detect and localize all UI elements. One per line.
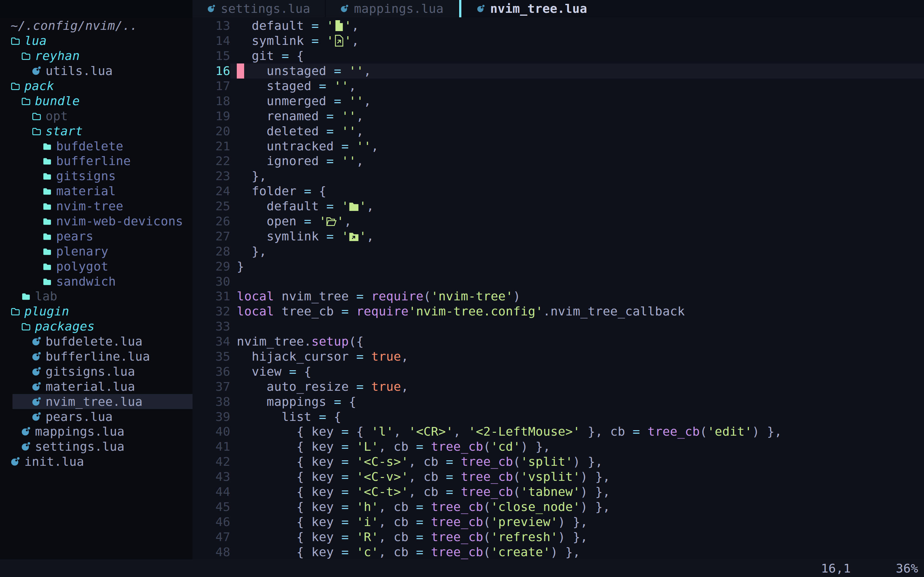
code-line-18[interactable]: 18 unmerged = '', xyxy=(192,93,924,108)
line-number: 13 xyxy=(192,19,230,33)
code-line-34[interactable]: 34nvim_tree.setup({ xyxy=(192,334,924,349)
code-line-39[interactable]: 39 list = { xyxy=(192,409,924,424)
folder-icon xyxy=(42,277,52,286)
code-line-28[interactable]: 28 }, xyxy=(192,243,924,259)
code-line-21[interactable]: 21 untracked = '', xyxy=(192,139,924,153)
tree-item-nvim-web-devicons[interactable]: nvim-web-devicons xyxy=(0,214,192,229)
code-line-45[interactable]: 45 { key = 'h', cb = tree_cb('close_node… xyxy=(192,500,924,514)
tree-item-label: settings.lua xyxy=(35,440,124,454)
tree-item-utils.lua[interactable]: utils.lua xyxy=(0,63,192,79)
code-line-16[interactable]: 16 unstaged = '', xyxy=(192,63,924,79)
line-number: 24 xyxy=(192,184,230,198)
tree-item-label: pack xyxy=(24,79,54,93)
tree-item-label: nvim-web-devicons xyxy=(56,214,183,228)
tree-item-nvim_tree.lua[interactable]: nvim_tree.lua xyxy=(0,394,192,409)
tree-item-label: init.lua xyxy=(24,455,84,469)
nvim-tree-sidebar[interactable]: ~/.config/nvim/..luareyhanutils.luapackb… xyxy=(0,17,192,559)
tab-mappings.lua[interactable]: mappings.lua xyxy=(326,0,459,17)
tree-item-bufdelete[interactable]: bufdelete xyxy=(0,139,192,153)
tree-item-opt[interactable]: opt xyxy=(0,108,192,123)
code-editor[interactable]: 13 default = '',14 symlink = '',15 git =… xyxy=(192,17,924,559)
line-number: 44 xyxy=(192,485,230,499)
folder-open-icon xyxy=(21,51,31,61)
folder-icon xyxy=(42,216,52,226)
folder-link-glyph-icon xyxy=(349,229,359,243)
tree-root-path[interactable]: ~/.config/nvim/.. xyxy=(0,18,192,33)
tree-item-polygot[interactable]: polygot xyxy=(0,259,192,274)
tree-item-lab[interactable]: lab xyxy=(0,289,192,304)
tree-item-pears.lua[interactable]: pears.lua xyxy=(0,409,192,424)
tree-item-bufferline[interactable]: bufferline xyxy=(0,153,192,169)
tree-item-sandwich[interactable]: sandwich xyxy=(0,274,192,289)
code-line-15[interactable]: 15 git = { xyxy=(192,48,924,63)
tab-settings.lua[interactable]: settings.lua xyxy=(192,0,326,17)
code-line-48[interactable]: 48 { key = 'c', cb = tree_cb('create') }… xyxy=(192,544,924,559)
code-line-36[interactable]: 36 view = { xyxy=(192,364,924,379)
code-line-42[interactable]: 42 { key = '<C-s>', cb = tree_cb('split'… xyxy=(192,454,924,469)
tree-item-label: bufferline xyxy=(56,154,131,168)
code-line-23[interactable]: 23 }, xyxy=(192,169,924,184)
lua-file-icon xyxy=(32,412,41,422)
tree-item-pack[interactable]: pack xyxy=(0,79,192,93)
tab-nvim_tree.lua[interactable]: nvim_tree.lua xyxy=(461,0,603,17)
tree-item-reyhan[interactable]: reyhan xyxy=(0,48,192,63)
tree-item-material[interactable]: material xyxy=(0,184,192,199)
code-line-31[interactable]: 31local nvim_tree = require('nvim-tree') xyxy=(192,289,924,304)
tree-item-init.lua[interactable]: init.lua xyxy=(0,454,192,469)
code-line-20[interactable]: 20 deleted = '', xyxy=(192,123,924,139)
tree-item-plenary[interactable]: plenary xyxy=(0,243,192,259)
line-content: { key = 'L', cb = tree_cb('cd') }, xyxy=(230,439,924,454)
line-number: 30 xyxy=(192,274,230,288)
tree-item-lua[interactable]: lua xyxy=(0,33,192,48)
tree-item-pears[interactable]: pears xyxy=(0,229,192,243)
line-number: 31 xyxy=(192,289,230,303)
line-number: 16 xyxy=(192,64,230,78)
tree-item-bundle[interactable]: bundle xyxy=(0,93,192,108)
lua-file-icon xyxy=(32,66,41,76)
code-line-41[interactable]: 41 { key = 'L', cb = tree_cb('cd') }, xyxy=(192,439,924,454)
tree-item-settings.lua[interactable]: settings.lua xyxy=(0,439,192,454)
code-line-26[interactable]: 26 open = '', xyxy=(192,214,924,229)
code-line-44[interactable]: 44 { key = '<C-t>', cb = tree_cb('tabnew… xyxy=(192,484,924,500)
line-number: 23 xyxy=(192,169,230,183)
line-content xyxy=(230,274,924,289)
tree-item-bufferline.lua[interactable]: bufferline.lua xyxy=(0,349,192,364)
tree-item-nvim-tree[interactable]: nvim-tree xyxy=(0,199,192,214)
code-line-30[interactable]: 30 xyxy=(192,274,924,289)
line-number: 34 xyxy=(192,334,230,348)
line-content: { key = 'c', cb = tree_cb('create') }, xyxy=(230,544,924,559)
code-line-25[interactable]: 25 default = '', xyxy=(192,199,924,214)
code-line-43[interactable]: 43 { key = '<C-v>', cb = tree_cb('vsplit… xyxy=(192,469,924,484)
code-line-24[interactable]: 24 folder = { xyxy=(192,184,924,199)
code-line-17[interactable]: 17 staged = '', xyxy=(192,79,924,93)
tree-item-gitsigns[interactable]: gitsigns xyxy=(0,169,192,184)
lua-file-icon xyxy=(21,442,31,451)
tree-item-start[interactable]: start xyxy=(0,123,192,139)
tree-item-material.lua[interactable]: material.lua xyxy=(0,379,192,394)
code-line-46[interactable]: 46 { key = 'i', cb = tree_cb('preview') … xyxy=(192,514,924,529)
code-line-29[interactable]: 29} xyxy=(192,259,924,274)
line-content: symlink = '', xyxy=(230,229,924,243)
code-line-22[interactable]: 22 ignored = '', xyxy=(192,153,924,169)
code-line-13[interactable]: 13 default = '', xyxy=(192,18,924,33)
code-line-32[interactable]: 32local tree_cb = require'nvim-tree.conf… xyxy=(192,304,924,319)
tree-item-plugin[interactable]: plugin xyxy=(0,304,192,319)
line-number: 43 xyxy=(192,470,230,484)
code-line-27[interactable]: 27 symlink = '', xyxy=(192,229,924,243)
code-line-19[interactable]: 19 renamed = '', xyxy=(192,108,924,123)
lua-file-icon xyxy=(32,337,41,346)
tree-item-gitsigns.lua[interactable]: gitsigns.lua xyxy=(0,364,192,379)
code-line-47[interactable]: 47 { key = 'R', cb = tree_cb('refresh') … xyxy=(192,529,924,544)
line-number: 46 xyxy=(192,515,230,529)
tree-item-label: polygot xyxy=(56,259,108,274)
file-link-glyph-icon xyxy=(334,34,344,47)
code-line-37[interactable]: 37 auto_resize = true, xyxy=(192,379,924,394)
tree-item-mappings.lua[interactable]: mappings.lua xyxy=(0,424,192,439)
tree-item-packages[interactable]: packages xyxy=(0,319,192,334)
code-line-38[interactable]: 38 mappings = { xyxy=(192,394,924,409)
code-line-33[interactable]: 33 xyxy=(192,319,924,334)
code-line-35[interactable]: 35 hijack_cursor = true, xyxy=(192,349,924,364)
code-line-14[interactable]: 14 symlink = '', xyxy=(192,33,924,48)
tree-item-bufdelete.lua[interactable]: bufdelete.lua xyxy=(0,334,192,349)
code-line-40[interactable]: 40 { key = { 'l', '<CR>', '<2-LeftMouse>… xyxy=(192,424,924,439)
